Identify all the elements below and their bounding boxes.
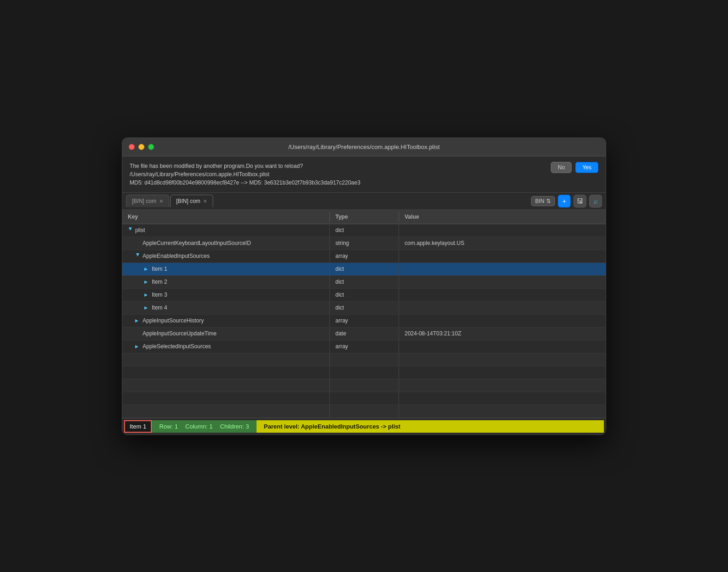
type-cell-empty: [329, 405, 399, 417]
add-button[interactable]: +: [558, 195, 571, 208]
key-cell: AppleCurrentKeyboardLayoutInputSourceID: [122, 237, 329, 250]
th-key: Key: [122, 212, 329, 222]
save-icon: 🖫: [577, 197, 583, 205]
type-cell-empty: [329, 366, 399, 379]
key-cell: ▶ Item 2: [122, 276, 329, 288]
tabs: [BIN] com ✕ [BIN] com ✕: [126, 195, 214, 207]
type-cell: dict: [329, 276, 399, 288]
status-item-position: Row: 1 Column: 1 Children: 3: [152, 420, 257, 433]
status-item-parent: Parent level: AppleEnabledInputSources -…: [257, 420, 604, 433]
table-row-empty: [122, 379, 606, 392]
key-value: Item 2: [152, 279, 167, 285]
add-icon: +: [562, 197, 566, 205]
table-row[interactable]: ▶ plist dict: [122, 224, 606, 237]
value-cell: [399, 276, 606, 288]
yes-button[interactable]: Yes: [575, 162, 598, 173]
type-cell: dict: [329, 224, 399, 237]
tab-2-close[interactable]: ✕: [203, 198, 207, 204]
search-button[interactable]: ⌕: [589, 195, 602, 208]
status-bar: Item 1 Row: 1 Column: 1 Children: 3 Pare…: [122, 418, 606, 435]
save-button[interactable]: 🖫: [573, 195, 586, 208]
key-value: Item 1: [152, 266, 167, 272]
table-row[interactable]: ▶ AppleInputSourceHistory array: [122, 315, 606, 328]
key-cell: ▶ AppleInputSourceHistory: [122, 315, 329, 327]
table-row[interactable]: ▶ Item 2 dict: [122, 276, 606, 289]
table-row[interactable]: ▶ Item 4 dict: [122, 302, 606, 315]
key-value: AppleInputSourceHistory: [143, 317, 204, 324]
search-icon: ⌕: [594, 197, 597, 205]
th-type: Type: [329, 212, 399, 222]
expand-arrow-icon[interactable]: ▶: [144, 267, 150, 271]
value-cell: [399, 224, 606, 237]
value-cell-empty: [399, 379, 606, 392]
expand-arrow-icon[interactable]: ▶: [135, 344, 141, 349]
key-cell: ▶ Item 4: [122, 302, 329, 314]
value-cell: [399, 340, 606, 353]
key-cell: ▶ Item 3: [122, 289, 329, 301]
table-row-empty: [122, 366, 606, 379]
bin-label: BIN: [535, 198, 544, 204]
expand-arrow-icon[interactable]: ▶: [136, 253, 140, 259]
children-status: Children: 3: [220, 423, 249, 430]
value-cell-empty: [399, 366, 606, 379]
expand-arrow-icon[interactable]: ▶: [144, 305, 150, 310]
maximize-button[interactable]: [148, 144, 154, 150]
notification-buttons: No Yes: [551, 162, 598, 173]
key-cell: ▶ AppleSelectedInputSources: [122, 340, 329, 353]
type-cell: date: [329, 328, 399, 340]
type-cell: dict: [329, 289, 399, 301]
col-status: Column: 1: [185, 423, 213, 430]
tab-1[interactable]: [BIN] com ✕: [126, 195, 169, 207]
minimize-button[interactable]: [138, 144, 144, 150]
main-window: /Users/ray/Library/Preferences/com.apple…: [122, 137, 606, 435]
notification-text: The file has been modified by another pr…: [130, 162, 545, 187]
value-cell-empty: [399, 392, 606, 405]
key-cell-empty: [122, 353, 329, 366]
th-value: Value: [399, 212, 606, 222]
key-cell-empty: [122, 392, 329, 405]
window-title: /Users/ray/Library/Preferences/com.apple…: [288, 143, 440, 150]
table-row[interactable]: AppleCurrentKeyboardLayoutInputSourceID …: [122, 237, 606, 250]
tab-2[interactable]: [BIN] com ✕: [170, 195, 214, 207]
expand-arrow-icon[interactable]: ▶: [144, 292, 150, 297]
bin-selector[interactable]: BIN ⇅: [531, 196, 555, 206]
table-row[interactable]: ▶ Item 3 dict: [122, 289, 606, 302]
key-value: AppleSelectedInputSources: [143, 343, 211, 350]
key-cell-empty: [122, 379, 329, 392]
table-row[interactable]: ▶ AppleSelectedInputSources array: [122, 340, 606, 353]
type-cell: array: [329, 315, 399, 327]
type-cell: dict: [329, 263, 399, 275]
type-cell: string: [329, 237, 399, 250]
table-body: ▶ plist dict AppleCurrentKeyboardLayoutI…: [122, 224, 606, 418]
value-cell: [399, 302, 606, 314]
close-button[interactable]: [129, 144, 135, 150]
tab-2-label: [BIN] com: [176, 198, 201, 204]
titlebar: /Users/ray/Library/Preferences/com.apple…: [122, 138, 606, 156]
key-value: Item 4: [152, 304, 167, 311]
value-cell: com.apple.keylayout.US: [399, 237, 606, 250]
table-row[interactable]: AppleInputSourceUpdateTime date 2024-08-…: [122, 328, 606, 340]
type-cell-empty: [329, 379, 399, 392]
type-cell: array: [329, 340, 399, 353]
key-cell: ▶ AppleEnabledInputSources: [122, 250, 329, 262]
tab-1-label: [BIN] com: [132, 198, 156, 204]
table-row[interactable]: ▶ Item 1 dict: [122, 263, 606, 276]
notification-bar: The file has been modified by another pr…: [122, 156, 606, 193]
status-item-name-text: Item 1: [130, 423, 146, 430]
row-status: Row: 1: [159, 423, 178, 430]
expand-arrow-icon[interactable]: ▶: [135, 318, 141, 323]
key-cell: AppleInputSourceUpdateTime: [122, 328, 329, 340]
key-value: plist: [135, 227, 145, 233]
expand-arrow-icon[interactable]: ▶: [144, 280, 150, 284]
expand-arrow-icon[interactable]: ▶: [128, 227, 133, 233]
traffic-lights: [129, 144, 154, 150]
table-row-empty: [122, 392, 606, 405]
bin-chevron-icon: ⇅: [546, 198, 551, 204]
type-cell: array: [329, 250, 399, 262]
table-row[interactable]: ▶ AppleEnabledInputSources array: [122, 250, 606, 263]
key-cell-empty: [122, 366, 329, 379]
no-button[interactable]: No: [551, 162, 572, 173]
value-cell: [399, 250, 606, 262]
tab-1-close[interactable]: ✕: [159, 198, 163, 204]
table-header: Key Type Value: [122, 210, 606, 224]
